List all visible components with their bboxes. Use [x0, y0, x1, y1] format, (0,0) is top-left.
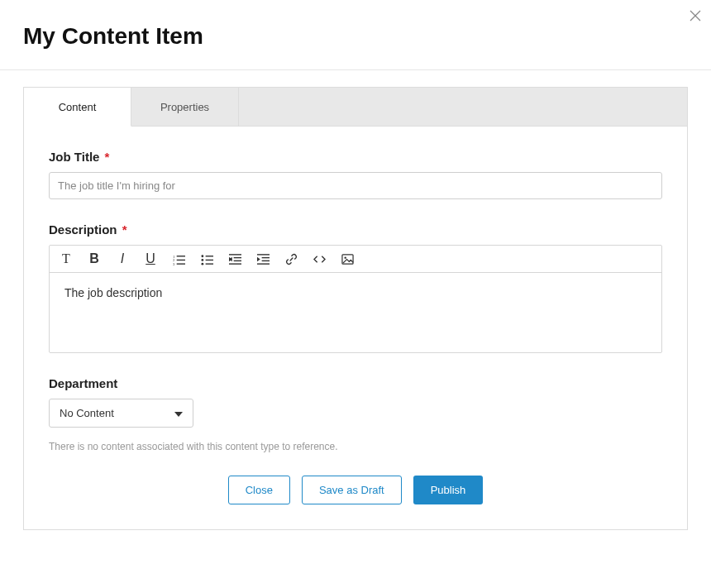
field-job-title: Job Title *: [49, 150, 662, 199]
svg-point-10: [201, 262, 203, 265]
rte-toolbar: T B I U 123: [50, 246, 661, 273]
save-draft-button[interactable]: Save as Draft: [302, 476, 402, 504]
required-indicator: *: [122, 222, 127, 237]
description-label-text: Description: [49, 222, 117, 237]
department-hint: There is no content associated with this…: [49, 441, 662, 452]
svg-point-9: [201, 259, 203, 261]
svg-text:3: 3: [173, 262, 175, 265]
bold-icon[interactable]: B: [88, 252, 101, 265]
svg-point-8: [201, 255, 203, 257]
chevron-down-icon: [174, 407, 183, 419]
publish-button[interactable]: Publish: [413, 476, 484, 504]
department-select[interactable]: No Content: [49, 399, 193, 428]
link-icon[interactable]: [284, 252, 298, 265]
description-input[interactable]: The job description: [50, 273, 661, 352]
close-icon[interactable]: [690, 10, 701, 22]
dialog-header: My Content Item: [0, 0, 711, 69]
indent-icon[interactable]: [256, 252, 270, 265]
format-text-icon[interactable]: T: [60, 252, 73, 265]
tab-content[interactable]: Content: [24, 88, 131, 127]
outdent-icon[interactable]: [228, 252, 241, 265]
description-label: Description *: [49, 222, 662, 237]
tab-properties[interactable]: Properties: [131, 88, 239, 126]
department-selected-value: No Content: [60, 407, 114, 419]
image-icon[interactable]: [341, 252, 354, 265]
svg-marker-27: [174, 412, 183, 417]
svg-marker-24: [257, 256, 260, 261]
job-title-input[interactable]: [49, 172, 662, 199]
tab-bar: Content Properties: [24, 88, 687, 127]
code-icon[interactable]: [313, 252, 326, 265]
field-description: Description * T B I U 123: [49, 222, 662, 353]
italic-icon[interactable]: I: [116, 252, 129, 265]
content-panel: Content Properties Job Title * Descripti…: [23, 87, 688, 530]
rich-text-editor: T B I U 123: [49, 245, 662, 353]
close-button[interactable]: Close: [228, 476, 290, 504]
required-indicator: *: [105, 150, 110, 164]
department-label: Department: [49, 376, 662, 390]
ordered-list-icon[interactable]: 123: [172, 252, 185, 265]
page-title: My Content Item: [23, 23, 688, 50]
job-title-label: Job Title *: [49, 150, 662, 164]
dialog-footer: Close Save as Draft Publish: [49, 476, 662, 504]
job-title-label-text: Job Title: [49, 150, 99, 164]
field-department: Department No Content There is no conten…: [49, 376, 662, 452]
underline-icon[interactable]: U: [144, 252, 157, 265]
svg-point-26: [344, 256, 346, 258]
unordered-list-icon[interactable]: [200, 252, 213, 265]
